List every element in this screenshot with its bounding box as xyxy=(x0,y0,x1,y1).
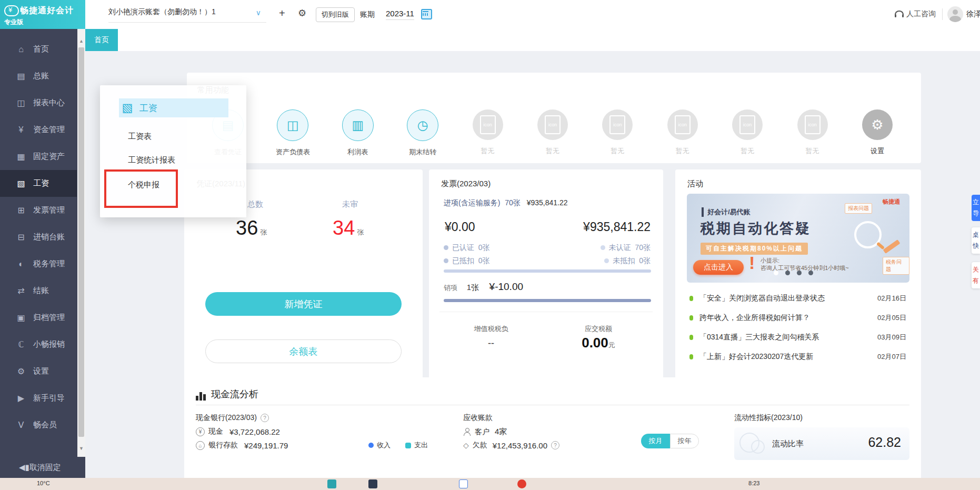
sidebar-item-general-ledger[interactable]: ▤总账 xyxy=(0,63,77,89)
switch-old-version-button[interactable]: 切到旧版 xyxy=(316,7,355,22)
scrollbar-thumb[interactable] xyxy=(78,47,84,437)
sidebar-item-home[interactable]: ⌂首页 xyxy=(0,36,77,63)
placeholder-icon: icon xyxy=(609,115,625,134)
carousel-dot-active[interactable] xyxy=(774,271,778,275)
quick-slot-empty[interactable]: icon 暂无 xyxy=(790,109,835,157)
edge-tab-desktop[interactable]: 桌 快 xyxy=(972,227,980,254)
bar-chart-icon xyxy=(196,392,206,401)
sidebar-item-trade-ledger[interactable]: ⊟进销台账 xyxy=(0,224,77,251)
activity-card: 活动 好会计/易代账 税期自动化答疑 可自主解决税期80%以上问题 点击进入 !… xyxy=(675,169,921,404)
archive-icon: ▣ xyxy=(16,313,26,323)
carousel-dot[interactable] xyxy=(808,271,813,275)
support-link[interactable]: 人工咨询 xyxy=(906,9,936,19)
cash-label: 现金 xyxy=(208,427,223,436)
submenu-header-salary[interactable]: ▧ 工资 xyxy=(119,98,228,117)
submenu-item-salary-table[interactable]: 工资表 xyxy=(128,132,152,142)
balance-table-button[interactable]: 余额表 xyxy=(205,339,402,363)
sidebar-item-fixed-assets[interactable]: ▦固定资产 xyxy=(0,143,77,170)
edge-tab-char: 立 xyxy=(973,198,979,207)
profit-sheet-icon: ▥ xyxy=(352,118,364,133)
status-dot xyxy=(444,245,448,250)
help-icon[interactable]: ? xyxy=(261,414,269,422)
news-item[interactable]: 「安全」关闭浏览器自动退出登录状态 02月16日 xyxy=(689,291,906,306)
guide-icon: ▶ xyxy=(16,393,26,403)
taskbar-app-icon[interactable] xyxy=(368,479,377,488)
tab-home[interactable]: 首页 xyxy=(85,29,118,51)
quick-slot-empty[interactable]: icon 暂无 xyxy=(660,109,705,157)
quick-slot-empty[interactable]: icon 暂无 xyxy=(465,109,511,157)
carousel-dots[interactable] xyxy=(774,271,813,275)
placeholder-icon: icon xyxy=(545,115,561,134)
account-selector[interactable]: 刘小艳演示账套（勿删勿动！）1 ∨ xyxy=(108,7,266,23)
quick-slot-empty[interactable]: icon 暂无 xyxy=(595,109,640,157)
quick-slot-balance-sheet[interactable]: ◫ 资产负债表 xyxy=(270,109,315,157)
help-icon[interactable]: ? xyxy=(551,441,559,449)
quick-slot-profit-sheet[interactable]: ▥ 利润表 xyxy=(335,109,381,157)
news-item[interactable]: 「上新」好会计20230207迭代更新 02月07日 xyxy=(689,349,906,365)
period-label: 账期 xyxy=(360,10,375,19)
carousel-dot[interactable] xyxy=(785,271,790,275)
taskbar-app-icon[interactable] xyxy=(517,479,526,488)
sidebar-menu: ⌂首页 ▤总账 ◫报表中心 ¥资金管理 ▦固定资产 ▧工资 ⊞发票管理 ⊟进销台… xyxy=(0,36,77,438)
quick-slot-label: 设置 xyxy=(871,146,884,156)
unpin-sidebar-button[interactable]: ◀▮取消固定 xyxy=(19,463,61,473)
toggle-monthly[interactable]: 按月 xyxy=(641,434,670,448)
gear-icon[interactable]: ⚙ xyxy=(298,6,306,20)
period-value[interactable]: 2023-11 xyxy=(386,9,414,20)
quick-slot-empty[interactable]: icon 暂无 xyxy=(725,109,770,157)
sidebar-item-label: 首页 xyxy=(33,44,49,54)
sidebar-item-funds[interactable]: ¥资金管理 xyxy=(0,116,77,143)
sidebar-item-expense[interactable]: ℂ小畅报销 xyxy=(0,331,77,358)
placeholder-icon: icon xyxy=(675,115,691,134)
voucher-total-label: 总数 xyxy=(247,199,263,209)
banner-cta-button[interactable]: 点击进入 xyxy=(693,260,744,275)
invoice-uncertified-row: 未认证 70张 xyxy=(601,243,651,253)
sidebar-item-archive[interactable]: ▣归档管理 xyxy=(0,304,77,331)
green-dot-icon xyxy=(689,335,693,340)
add-account-button[interactable]: + xyxy=(279,6,285,20)
card-divider xyxy=(439,312,653,312)
news-date: 02月05日 xyxy=(877,313,906,323)
taskbar-app-icon[interactable] xyxy=(327,479,336,488)
status-dot xyxy=(601,245,605,250)
quick-slot-label: 利润表 xyxy=(347,147,368,157)
sidebar-item-salary[interactable]: ▧工资 xyxy=(0,170,77,197)
quick-slot-empty[interactable]: icon 暂无 xyxy=(530,109,575,157)
output-count: 1张 xyxy=(467,283,479,292)
settings-icon: ⚙ xyxy=(16,366,26,376)
submenu-item-salary-report[interactable]: 工资统计报表 xyxy=(128,155,175,165)
sidebar-item-guide[interactable]: ▶新手引导 xyxy=(0,385,77,412)
legend-expense[interactable]: 支出 xyxy=(405,441,428,450)
news-item[interactable]: 跨年收入，企业所得税如何计算？ 02月05日 xyxy=(689,310,906,326)
calendar-icon[interactable] xyxy=(421,9,432,19)
edge-tab-follow[interactable]: 关 有 xyxy=(972,262,980,288)
scroll-down-icon[interactable]: ▼ xyxy=(77,446,85,451)
sidebar-item-tax[interactable]: ◐税务管理 xyxy=(0,251,77,277)
legend-income[interactable]: 收入 xyxy=(368,441,391,450)
scroll-up-icon[interactable]: ▲ xyxy=(77,38,85,44)
closing-icon: ⇄ xyxy=(16,286,26,296)
sidebar-scrollbar[interactable]: ▲ ▼ xyxy=(77,29,85,457)
promo-banner[interactable]: 好会计/易代账 税期自动化答疑 可自主解决税期80%以上问题 点击进入 ! 小提… xyxy=(687,194,909,283)
sidebar-item-closing[interactable]: ⇄结账 xyxy=(0,277,77,304)
sidebar-item-settings[interactable]: ⚙设置 xyxy=(0,358,77,385)
ledger-icon: ▤ xyxy=(16,71,26,81)
quick-slot-settings[interactable]: ⚙ 设置 xyxy=(855,109,900,157)
add-voucher-button[interactable]: 新增凭证 xyxy=(205,292,402,316)
carousel-dot[interactable] xyxy=(797,271,802,275)
sidebar-item-invoice[interactable]: ⊞发票管理 xyxy=(0,197,77,224)
sidebar-item-member[interactable]: Ⅴ畅会员 xyxy=(0,412,77,438)
toggle-yearly[interactable]: 按年 xyxy=(670,434,699,448)
header-divider xyxy=(942,8,943,20)
period-toggle[interactable]: 按月 按年 xyxy=(641,434,699,448)
taskbar-app-icon[interactable] xyxy=(459,479,468,488)
news-item[interactable]: 「0314直播」三大报表之间勾稽关系 03月09日 xyxy=(689,329,906,345)
quick-slot-period-closing[interactable]: ◷ 期末结转 xyxy=(400,109,445,157)
os-taskbar: 10°C 8:23 xyxy=(0,478,980,490)
avatar[interactable] xyxy=(947,6,963,22)
invoice-input-count: 70张 xyxy=(505,198,521,207)
invoice-undeducted-row: 未抵扣 0张 xyxy=(604,256,651,266)
sidebar-item-report-center[interactable]: ◫报表中心 xyxy=(0,89,77,116)
output-amount: ¥-10.00 xyxy=(489,281,523,292)
edge-tab-consult[interactable]: 立 导 xyxy=(972,195,980,221)
